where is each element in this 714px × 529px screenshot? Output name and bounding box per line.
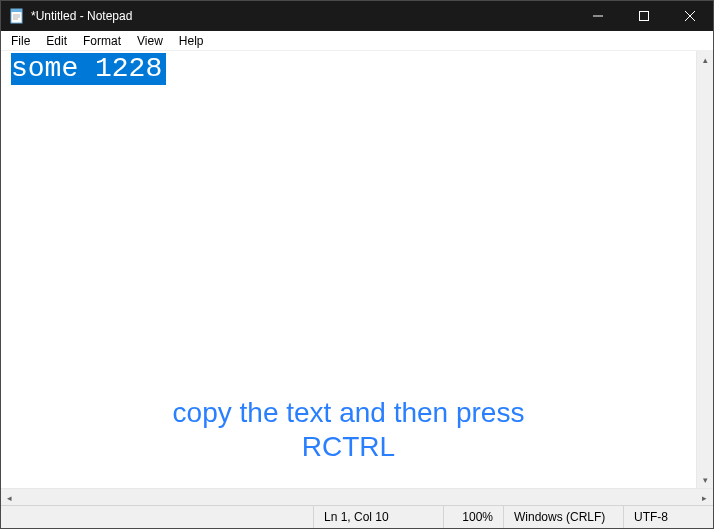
status-zoom: 100% — [443, 506, 503, 528]
selected-text[interactable]: some 1228 — [11, 53, 166, 85]
scroll-left-arrow-icon[interactable]: ◂ — [1, 489, 18, 506]
horizontal-scroll-track[interactable] — [18, 489, 696, 505]
instruction-overlay: copy the text and then press RCTRL — [1, 396, 696, 464]
status-encoding: UTF-8 — [623, 506, 713, 528]
svg-rect-1 — [11, 9, 22, 12]
minimize-button[interactable] — [575, 1, 621, 31]
vertical-scrollbar[interactable]: ▴ ▾ — [696, 51, 713, 488]
horizontal-scrollbar[interactable]: ◂ ▸ — [1, 488, 713, 505]
status-spacer — [1, 506, 313, 528]
window-title: *Untitled - Notepad — [31, 9, 132, 23]
instruction-line-1: copy the text and then press — [1, 396, 696, 430]
status-cursor-position: Ln 1, Col 10 — [313, 506, 443, 528]
menu-edit[interactable]: Edit — [38, 32, 75, 50]
editor-area: some 1228 copy the text and then press R… — [1, 51, 713, 488]
menu-view[interactable]: View — [129, 32, 171, 50]
status-bar: Ln 1, Col 10 100% Windows (CRLF) UTF-8 — [1, 505, 713, 528]
menu-file[interactable]: File — [3, 32, 38, 50]
text-editor[interactable]: some 1228 copy the text and then press R… — [1, 51, 696, 488]
menu-format[interactable]: Format — [75, 32, 129, 50]
menu-bar: File Edit Format View Help — [1, 31, 713, 51]
scroll-right-arrow-icon[interactable]: ▸ — [696, 489, 713, 506]
maximize-button[interactable] — [621, 1, 667, 31]
close-button[interactable] — [667, 1, 713, 31]
menu-help[interactable]: Help — [171, 32, 212, 50]
notepad-icon — [9, 8, 25, 24]
scroll-down-arrow-icon[interactable]: ▾ — [697, 471, 714, 488]
svg-rect-6 — [640, 12, 649, 21]
status-line-ending: Windows (CRLF) — [503, 506, 623, 528]
scroll-up-arrow-icon[interactable]: ▴ — [697, 51, 714, 68]
title-bar[interactable]: *Untitled - Notepad — [1, 1, 713, 31]
instruction-line-2: RCTRL — [1, 430, 696, 464]
